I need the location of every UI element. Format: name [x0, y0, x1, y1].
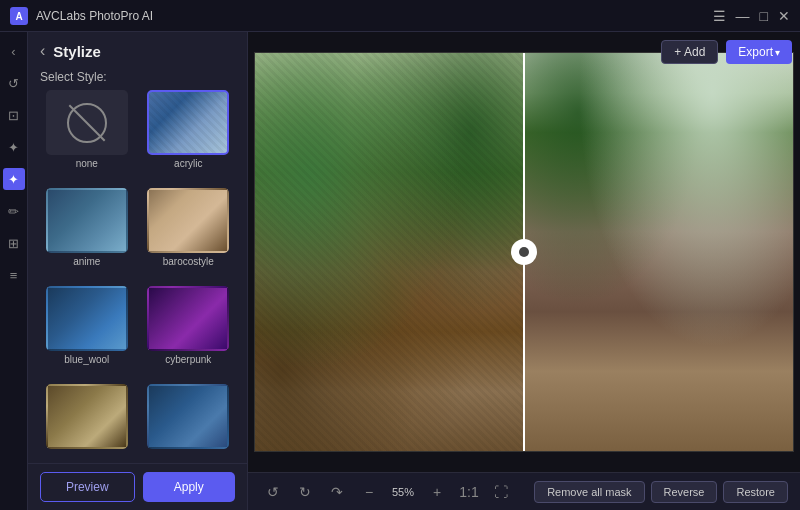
- canvas-area: + Add Export ▾: [248, 32, 800, 510]
- redo-right-button[interactable]: ↷: [324, 479, 350, 505]
- canvas-right-original: [524, 53, 793, 451]
- panel-header: ‹ Stylize: [28, 32, 247, 64]
- panel-back-btn[interactable]: ‹: [40, 42, 45, 60]
- style-item-anime[interactable]: anime: [40, 188, 134, 278]
- sidebar-brush-btn[interactable]: ✏: [3, 200, 25, 222]
- preview-button[interactable]: Preview: [40, 472, 135, 502]
- style-thumb-anime[interactable]: [46, 188, 128, 253]
- style-label-anime: anime: [73, 256, 100, 267]
- style-thumb-blue-wool[interactable]: [46, 286, 128, 351]
- remove-mask-button[interactable]: Remove all mask: [534, 481, 644, 503]
- redo-left-button[interactable]: ↻: [292, 479, 318, 505]
- acrylic-overlay: [149, 92, 227, 153]
- style-label-cyberpunk: cyberpunk: [165, 354, 211, 365]
- maximize-icon[interactable]: □: [760, 8, 768, 24]
- zoom-out-button[interactable]: −: [356, 479, 382, 505]
- painted-overlay: [255, 53, 524, 451]
- apply-button[interactable]: Apply: [143, 472, 236, 502]
- slider-handle-inner: [519, 247, 529, 257]
- style-panel: ‹ Stylize Select Style: none acrylic: [28, 32, 248, 510]
- scene-original: [524, 53, 793, 451]
- select-style-label: Select Style:: [28, 64, 247, 90]
- sidebar-crop-btn[interactable]: ⊡: [3, 104, 25, 126]
- bottom-panel: Preview Apply: [28, 463, 247, 510]
- sidebar-rotate-btn[interactable]: ↺: [3, 72, 25, 94]
- sidebar-stylize-btn[interactable]: ✦: [3, 168, 25, 190]
- menu-icon[interactable]: ☰: [713, 8, 726, 24]
- style-thumb-cyberpunk[interactable]: [147, 286, 229, 351]
- fit-button[interactable]: ⛶: [488, 479, 514, 505]
- style-item-acrylic[interactable]: acrylic: [142, 90, 236, 180]
- export-arrow-icon: ▾: [775, 47, 780, 58]
- style-thumb-7[interactable]: [46, 384, 128, 449]
- reverse-button[interactable]: Reverse: [651, 481, 718, 503]
- style-item-8[interactable]: [142, 384, 236, 463]
- style-item-cyberpunk[interactable]: cyberpunk: [142, 286, 236, 376]
- title-bar: A AVCLabs PhotoPro AI ☰ — □ ✕: [0, 0, 800, 32]
- sidebar-enhance-btn[interactable]: ✦: [3, 136, 25, 158]
- undo-button[interactable]: ↺: [260, 479, 286, 505]
- sidebar-back-btn[interactable]: ‹: [3, 40, 25, 62]
- panel-title: Stylize: [53, 43, 101, 60]
- app-logo: A: [10, 7, 28, 25]
- main-layout: ‹ ↺ ⊡ ✦ ✦ ✏ ⊞ ≡ ‹ Stylize Select Style: …: [0, 32, 800, 510]
- style-label-acrylic: acrylic: [174, 158, 202, 169]
- export-button[interactable]: Export ▾: [726, 40, 792, 64]
- compare-slider-handle[interactable]: [511, 239, 537, 265]
- style-item-7[interactable]: [40, 384, 134, 463]
- style-item-barocostyle[interactable]: barocostyle: [142, 188, 236, 278]
- canvas-topbar: + Add Export ▾: [661, 40, 792, 64]
- zoom-level: 55%: [388, 484, 418, 500]
- style-thumb-8[interactable]: [147, 384, 229, 449]
- canvas-image[interactable]: [254, 52, 794, 452]
- add-button[interactable]: + Add: [661, 40, 718, 64]
- style-thumb-acrylic[interactable]: [147, 90, 229, 155]
- none-circle: [67, 103, 107, 143]
- style-label-baro: barocostyle: [163, 256, 214, 267]
- canvas-toolbar: ↺ ↻ ↷ − 55% + 1:1 ⛶ Remove all mask Reve…: [248, 472, 800, 510]
- canvas-left-painted: [255, 53, 524, 451]
- style-item-blue-wool[interactable]: blue_wool: [40, 286, 134, 376]
- minimize-icon[interactable]: —: [736, 8, 750, 24]
- ratio-button[interactable]: 1:1: [456, 479, 482, 505]
- style-thumb-baro[interactable]: [147, 188, 229, 253]
- restore-button[interactable]: Restore: [723, 481, 788, 503]
- zoom-in-button[interactable]: +: [424, 479, 450, 505]
- style-label-none: none: [76, 158, 98, 169]
- canvas-image-container: [248, 32, 800, 472]
- style-label-blue-wool: blue_wool: [64, 354, 109, 365]
- window-controls: ☰ — □ ✕: [713, 8, 790, 24]
- sidebar-settings-btn[interactable]: ≡: [3, 264, 25, 286]
- app-title: AVCLabs PhotoPro AI: [36, 9, 713, 23]
- style-thumb-none[interactable]: [46, 90, 128, 155]
- style-item-none[interactable]: none: [40, 90, 134, 180]
- svg-text:A: A: [15, 11, 22, 22]
- style-grid: none acrylic anime barocostyle: [28, 90, 247, 463]
- sidebar-layers-btn[interactable]: ⊞: [3, 232, 25, 254]
- export-label: Export: [738, 45, 773, 59]
- close-icon[interactable]: ✕: [778, 8, 790, 24]
- icon-sidebar: ‹ ↺ ⊡ ✦ ✦ ✏ ⊞ ≡: [0, 32, 28, 510]
